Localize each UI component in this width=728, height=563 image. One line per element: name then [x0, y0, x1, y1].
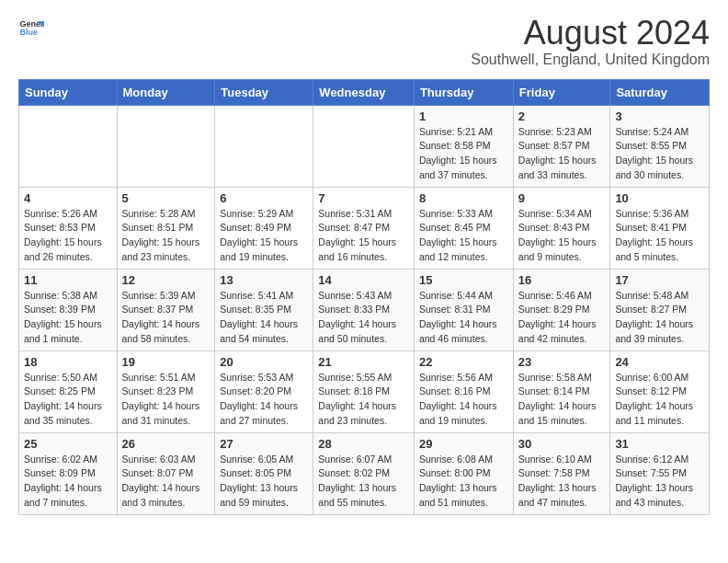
day-number: 21	[318, 355, 409, 369]
day-cell: 2Sunrise: 5:23 AM Sunset: 8:57 PM Daylig…	[513, 105, 610, 187]
day-cell: 26Sunrise: 6:03 AM Sunset: 8:07 PM Dayli…	[117, 432, 215, 514]
header-day-saturday: Saturday	[610, 79, 710, 105]
day-info: Sunrise: 6:00 AM Sunset: 8:12 PM Dayligh…	[615, 371, 704, 429]
day-number: 4	[24, 191, 112, 205]
week-row-4: 18Sunrise: 5:50 AM Sunset: 8:25 PM Dayli…	[19, 350, 710, 432]
logo-icon: General Blue	[18, 15, 44, 40]
day-info: Sunrise: 6:02 AM Sunset: 8:09 PM Dayligh…	[24, 453, 112, 511]
day-info: Sunrise: 5:28 AM Sunset: 8:51 PM Dayligh…	[122, 207, 210, 265]
day-info: Sunrise: 5:53 AM Sunset: 8:20 PM Dayligh…	[220, 371, 308, 429]
day-number: 20	[220, 355, 308, 369]
day-info: Sunrise: 5:23 AM Sunset: 8:57 PM Dayligh…	[518, 125, 606, 183]
day-cell: 9Sunrise: 5:34 AM Sunset: 8:43 PM Daylig…	[513, 187, 610, 269]
day-number: 28	[318, 437, 409, 451]
day-cell: 12Sunrise: 5:39 AM Sunset: 8:37 PM Dayli…	[117, 269, 215, 350]
day-number: 19	[122, 355, 210, 369]
header-day-tuesday: Tuesday	[215, 79, 313, 105]
day-info: Sunrise: 5:43 AM Sunset: 8:33 PM Dayligh…	[318, 289, 409, 347]
day-info: Sunrise: 6:07 AM Sunset: 8:02 PM Dayligh…	[318, 453, 409, 511]
header-day-sunday: Sunday	[19, 79, 118, 105]
day-info: Sunrise: 5:21 AM Sunset: 8:58 PM Dayligh…	[419, 125, 508, 183]
day-cell: 8Sunrise: 5:33 AM Sunset: 8:45 PM Daylig…	[414, 187, 513, 269]
day-cell: 29Sunrise: 6:08 AM Sunset: 8:00 PM Dayli…	[414, 432, 513, 514]
day-info: Sunrise: 5:38 AM Sunset: 8:39 PM Dayligh…	[24, 289, 112, 347]
day-number: 27	[220, 437, 308, 451]
day-cell	[117, 105, 215, 187]
day-number: 14	[318, 273, 409, 287]
day-cell: 11Sunrise: 5:38 AM Sunset: 8:39 PM Dayli…	[19, 269, 118, 350]
day-number: 2	[518, 109, 606, 123]
day-cell: 23Sunrise: 5:58 AM Sunset: 8:14 PM Dayli…	[513, 350, 610, 432]
day-info: Sunrise: 5:55 AM Sunset: 8:18 PM Dayligh…	[318, 371, 409, 429]
header-day-monday: Monday	[117, 79, 215, 105]
week-row-3: 11Sunrise: 5:38 AM Sunset: 8:39 PM Dayli…	[19, 269, 710, 350]
day-number: 11	[24, 273, 112, 287]
day-info: Sunrise: 5:39 AM Sunset: 8:37 PM Dayligh…	[122, 289, 210, 347]
day-info: Sunrise: 5:36 AM Sunset: 8:41 PM Dayligh…	[615, 207, 704, 265]
day-info: Sunrise: 6:05 AM Sunset: 8:05 PM Dayligh…	[220, 453, 308, 511]
day-number: 10	[615, 191, 704, 205]
day-info: Sunrise: 5:29 AM Sunset: 8:49 PM Dayligh…	[220, 207, 308, 265]
day-number: 30	[518, 437, 606, 451]
day-cell: 10Sunrise: 5:36 AM Sunset: 8:41 PM Dayli…	[610, 187, 710, 269]
subtitle: Southwell, England, United Kingdom	[471, 52, 710, 68]
day-info: Sunrise: 6:12 AM Sunset: 7:55 PM Dayligh…	[615, 453, 704, 511]
day-cell: 20Sunrise: 5:53 AM Sunset: 8:20 PM Dayli…	[215, 350, 313, 432]
calendar-table: SundayMondayTuesdayWednesdayThursdayFrid…	[18, 79, 710, 515]
header-day-friday: Friday	[513, 79, 610, 105]
day-cell	[313, 105, 415, 187]
day-number: 22	[419, 355, 508, 369]
day-number: 29	[419, 437, 508, 451]
day-cell: 17Sunrise: 5:48 AM Sunset: 8:27 PM Dayli…	[610, 269, 710, 350]
day-cell: 3Sunrise: 5:24 AM Sunset: 8:55 PM Daylig…	[610, 105, 710, 187]
day-info: Sunrise: 5:46 AM Sunset: 8:29 PM Dayligh…	[518, 289, 606, 347]
day-number: 13	[220, 273, 308, 287]
day-info: Sunrise: 5:31 AM Sunset: 8:47 PM Dayligh…	[318, 207, 409, 265]
day-number: 12	[122, 273, 210, 287]
week-row-1: 1Sunrise: 5:21 AM Sunset: 8:58 PM Daylig…	[19, 105, 710, 187]
day-cell: 25Sunrise: 6:02 AM Sunset: 8:09 PM Dayli…	[19, 432, 118, 514]
day-number: 26	[122, 437, 210, 451]
day-number: 6	[220, 191, 308, 205]
day-cell: 18Sunrise: 5:50 AM Sunset: 8:25 PM Dayli…	[19, 350, 118, 432]
day-info: Sunrise: 6:10 AM Sunset: 7:58 PM Dayligh…	[518, 453, 606, 511]
day-cell: 31Sunrise: 6:12 AM Sunset: 7:55 PM Dayli…	[610, 432, 710, 514]
day-number: 9	[518, 191, 606, 205]
day-cell: 4Sunrise: 5:26 AM Sunset: 8:53 PM Daylig…	[19, 187, 118, 269]
title-section: August 2024 Southwell, England, United K…	[471, 15, 710, 68]
main-title: August 2024	[471, 15, 710, 52]
day-number: 1	[419, 109, 508, 123]
day-number: 31	[615, 437, 704, 451]
day-cell: 19Sunrise: 5:51 AM Sunset: 8:23 PM Dayli…	[117, 350, 215, 432]
day-cell: 15Sunrise: 5:44 AM Sunset: 8:31 PM Dayli…	[414, 269, 513, 350]
day-info: Sunrise: 6:08 AM Sunset: 8:00 PM Dayligh…	[419, 453, 508, 511]
day-number: 15	[419, 273, 508, 287]
svg-text:Blue: Blue	[19, 28, 38, 37]
header-day-thursday: Thursday	[414, 79, 513, 105]
day-cell: 24Sunrise: 6:00 AM Sunset: 8:12 PM Dayli…	[610, 350, 710, 432]
header-day-wednesday: Wednesday	[313, 79, 415, 105]
day-info: Sunrise: 5:56 AM Sunset: 8:16 PM Dayligh…	[419, 371, 508, 429]
week-row-5: 25Sunrise: 6:02 AM Sunset: 8:09 PM Dayli…	[19, 432, 710, 514]
day-number: 16	[518, 273, 606, 287]
day-number: 8	[419, 191, 508, 205]
day-cell: 30Sunrise: 6:10 AM Sunset: 7:58 PM Dayli…	[513, 432, 610, 514]
week-row-2: 4Sunrise: 5:26 AM Sunset: 8:53 PM Daylig…	[19, 187, 710, 269]
day-cell: 1Sunrise: 5:21 AM Sunset: 8:58 PM Daylig…	[414, 105, 513, 187]
header: General Blue August 2024 Southwell, Engl…	[18, 15, 710, 68]
day-number: 5	[122, 191, 210, 205]
day-number: 17	[615, 273, 704, 287]
day-info: Sunrise: 5:51 AM Sunset: 8:23 PM Dayligh…	[122, 371, 210, 429]
day-cell: 14Sunrise: 5:43 AM Sunset: 8:33 PM Dayli…	[313, 269, 415, 350]
day-cell: 28Sunrise: 6:07 AM Sunset: 8:02 PM Dayli…	[313, 432, 415, 514]
day-number: 25	[24, 437, 112, 451]
day-cell: 21Sunrise: 5:55 AM Sunset: 8:18 PM Dayli…	[313, 350, 415, 432]
day-info: Sunrise: 5:44 AM Sunset: 8:31 PM Dayligh…	[419, 289, 508, 347]
day-info: Sunrise: 5:26 AM Sunset: 8:53 PM Dayligh…	[24, 207, 112, 265]
day-info: Sunrise: 5:34 AM Sunset: 8:43 PM Dayligh…	[518, 207, 606, 265]
day-cell: 27Sunrise: 6:05 AM Sunset: 8:05 PM Dayli…	[215, 432, 313, 514]
day-cell	[19, 105, 118, 187]
day-number: 18	[24, 355, 112, 369]
day-cell: 13Sunrise: 5:41 AM Sunset: 8:35 PM Dayli…	[215, 269, 313, 350]
day-cell	[215, 105, 313, 187]
